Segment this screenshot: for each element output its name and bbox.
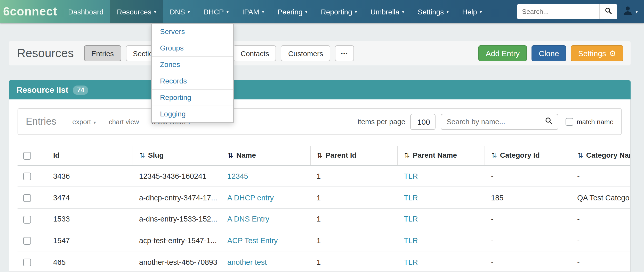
row-select-checkbox[interactable] <box>23 237 31 245</box>
export-dropdown[interactable]: export▾ <box>72 118 96 125</box>
chevron-down-icon: ▾ <box>305 9 307 14</box>
column-header-name[interactable]: ⇅Name <box>221 146 310 165</box>
column-label: Parent Id <box>326 151 357 159</box>
nav-item-umbrella[interactable]: Umbrella▾ <box>364 0 411 23</box>
nav-item-dns[interactable]: DNS▾ <box>163 0 197 23</box>
global-search-button[interactable] <box>600 4 617 19</box>
cell-name: another test <box>221 251 310 272</box>
nav-item-settings[interactable]: Settings▾ <box>411 0 455 23</box>
nav-item-label: Settings <box>418 7 444 16</box>
parent-name-link[interactable]: TLR <box>404 194 418 202</box>
row-select-checkbox[interactable] <box>23 194 31 202</box>
action-add-entry-button[interactable]: Add Entry <box>479 45 527 61</box>
nav-item-resources[interactable]: Resources▾ <box>110 0 163 23</box>
cell-parent_id: 1 <box>310 187 398 208</box>
nav-item-help[interactable]: Help▾ <box>455 0 489 23</box>
select-all-checkbox[interactable] <box>23 152 31 160</box>
dns-menu-item-logging[interactable]: Logging <box>152 106 233 122</box>
tab-customers[interactable]: Customers <box>281 45 330 61</box>
global-search <box>517 4 617 19</box>
cell-category_id: - <box>485 251 571 272</box>
cell-parent_id: 1 <box>310 165 398 187</box>
parent-name-link[interactable]: TLR <box>404 215 418 223</box>
export-label: export <box>72 118 91 125</box>
search-icon <box>605 7 612 16</box>
action-clone-button[interactable]: Clone <box>532 45 566 61</box>
column-header-slug[interactable]: ⇅Slug <box>133 146 221 165</box>
parent-name-link[interactable]: TLR <box>404 258 418 266</box>
dns-menu-item-zones[interactable]: Zones <box>152 57 233 73</box>
dns-menu-item-records[interactable]: Records <box>152 73 233 90</box>
global-search-input[interactable] <box>517 4 600 19</box>
cell-category_name: - <box>571 251 631 272</box>
header-actions: Add EntryCloneSettings⚙ <box>479 45 623 61</box>
entry-name-link[interactable]: ACP Test Entry <box>227 236 278 245</box>
action-label: Settings <box>578 49 606 58</box>
chevron-down-icon: ▾ <box>355 9 357 14</box>
entry-name-link[interactable]: A DNS Entry <box>227 215 269 223</box>
items-per-page-input[interactable] <box>410 114 436 130</box>
page-title: Resources <box>17 46 74 60</box>
name-search-input[interactable] <box>441 114 540 130</box>
dns-menu-item-servers[interactable]: Servers <box>152 24 233 40</box>
parent-name-link[interactable]: TLR <box>404 172 418 180</box>
column-label: Parent Name <box>413 151 457 159</box>
cell-name: ACP Test Entry <box>221 230 310 251</box>
nav-item-reporting[interactable]: Reporting▾ <box>314 0 364 23</box>
chevron-down-icon: ▾ <box>94 120 96 125</box>
navbar-right: ▾ <box>517 4 644 19</box>
sort-icon: ⇅ <box>317 152 323 159</box>
parent-name-link[interactable]: TLR <box>404 236 418 245</box>
row-select-checkbox[interactable] <box>23 259 31 266</box>
nav-item-label: DNS <box>170 7 185 16</box>
nav-item-ipam[interactable]: IPAM▾ <box>235 0 271 23</box>
dns-menu-item-reporting[interactable]: Reporting <box>152 90 233 106</box>
table-row: 343612345-3436-160241123451TLR--2021-08-… <box>18 165 631 187</box>
match-name-toggle: match name <box>566 118 614 125</box>
cell-name: A DNS Entry <box>221 208 310 230</box>
user-menu[interactable]: ▾ <box>623 5 638 18</box>
column-header-parent_name[interactable]: ⇅Parent Name <box>398 146 485 165</box>
cell-parent_name: TLR <box>398 251 485 272</box>
cell-parent_id: 1 <box>310 251 398 272</box>
entries-table: Id⇅Slug⇅Name⇅Parent Id⇅Parent Name⇅Categ… <box>18 146 631 272</box>
column-header-id: Id <box>47 146 133 165</box>
column-header-category_name[interactable]: ⇅Category Name <box>571 146 631 165</box>
nav-item-peering[interactable]: Peering▾ <box>271 0 314 23</box>
select-all-cell <box>18 146 47 165</box>
match-name-checkbox[interactable] <box>566 118 574 125</box>
chart-view-link[interactable]: chart view <box>109 118 139 125</box>
cell-slug: a-dhcp-entry-3474-17... <box>133 187 221 208</box>
name-search-group <box>441 114 559 130</box>
entry-name-link[interactable]: 12345 <box>227 172 248 180</box>
cell-parent_name: TLR <box>398 230 485 251</box>
tab-entries[interactable]: Entries <box>84 45 121 61</box>
tab-more[interactable]: ⋯ <box>335 45 354 61</box>
nav-item-dashboard[interactable]: Dashboard <box>61 0 110 23</box>
page-header: Resources EntriesSectionsContactsCustome… <box>9 41 631 65</box>
entry-name-link[interactable]: another test <box>227 258 267 266</box>
main-nav: DashboardResources▾DNS▾DHCP▾IPAM▾Peering… <box>61 0 489 23</box>
cell-id: 3436 <box>47 165 133 187</box>
entry-name-link[interactable]: A DHCP entry <box>227 194 274 202</box>
action-settings-button[interactable]: Settings⚙ <box>571 45 623 61</box>
column-header-category_id[interactable]: ⇅Category Id <box>485 146 571 165</box>
resource-count-badge: 74 <box>73 85 88 95</box>
cell-slug: 12345-3436-160241 <box>133 165 221 187</box>
nav-item-label: Umbrella <box>371 7 399 16</box>
column-header-parent_id[interactable]: ⇅Parent Id <box>310 146 398 165</box>
resource-list-panel: Resource list 74 Entries export▾ chart v… <box>9 80 631 272</box>
dns-menu-item-groups[interactable]: Groups <box>152 40 233 57</box>
column-label: Slug <box>148 151 164 159</box>
row-select-cell <box>18 208 47 230</box>
row-select-checkbox[interactable] <box>23 173 31 181</box>
chevron-down-icon: ▾ <box>635 9 638 14</box>
row-select-checkbox[interactable] <box>23 216 31 224</box>
tab-contacts[interactable]: Contacts <box>233 45 276 61</box>
app-logo[interactable]: 6connect <box>0 5 61 19</box>
name-search-button[interactable] <box>539 114 559 130</box>
toolbar-right: items per page <box>358 114 614 130</box>
cell-parent_name: TLR <box>398 187 485 208</box>
nav-item-dhcp[interactable]: DHCP▾ <box>197 0 235 23</box>
cell-category_id: 185 <box>485 187 571 208</box>
